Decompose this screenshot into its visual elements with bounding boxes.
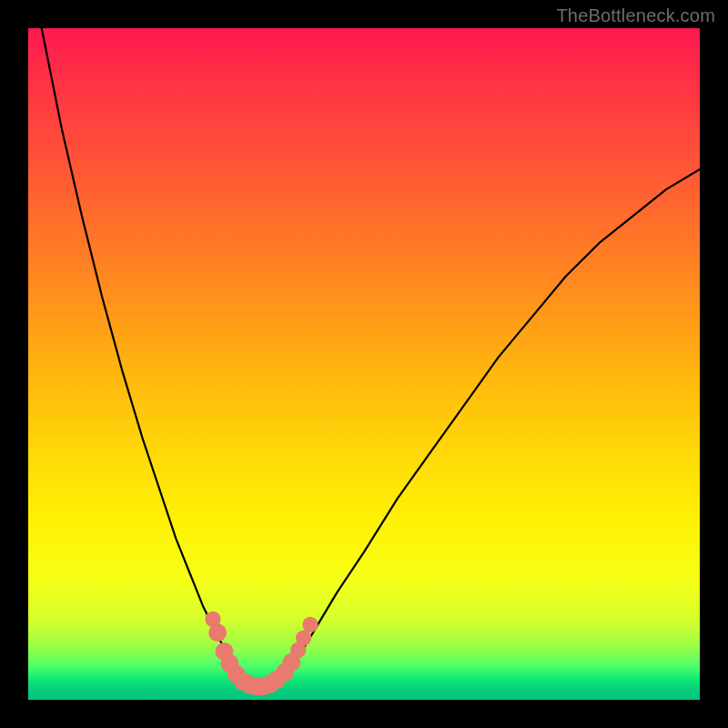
chart-frame: TheBottleneck.com xyxy=(0,0,728,728)
plot-area xyxy=(28,28,700,700)
curve-marker xyxy=(302,617,318,632)
bottleneck-curve-svg xyxy=(28,28,700,700)
curve-marker xyxy=(296,630,311,645)
bottleneck-curve xyxy=(28,0,700,686)
curve-markers xyxy=(205,612,318,695)
curve-marker xyxy=(208,623,227,642)
watermark-text: TheBottleneck.com xyxy=(556,5,715,26)
